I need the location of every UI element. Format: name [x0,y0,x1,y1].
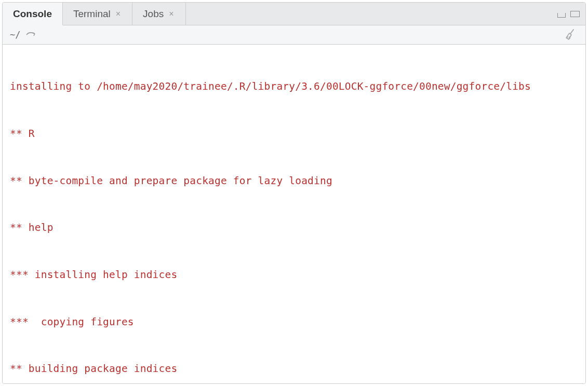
tab-label: Jobs [143,8,164,20]
working-directory-label[interactable]: ~/ [10,30,20,40]
console-output-text: installing to /home/may2020/trainee/.R/l… [10,48,578,383]
panel-window-controls [556,3,585,25]
tab-console[interactable]: Console [3,3,63,25]
minimize-panel-icon[interactable] [556,10,567,18]
tab-label: Terminal [73,8,111,20]
console-output-area[interactable]: installing to /home/may2020/trainee/.R/l… [3,44,585,383]
console-toolbar: ~/ [3,25,585,44]
tab-bar: Console Terminal × Jobs × [3,3,585,25]
tab-label: Console [13,8,52,20]
maximize-panel-icon[interactable] [570,10,580,18]
tab-terminal[interactable]: Terminal × [63,3,132,25]
close-icon[interactable]: × [168,10,175,18]
tab-jobs[interactable]: Jobs × [132,3,185,25]
close-icon[interactable]: × [115,10,122,18]
console-panel: Console Terminal × Jobs × ~/ [2,2,586,384]
popout-icon[interactable] [25,31,37,39]
clear-console-icon[interactable] [565,28,578,42]
